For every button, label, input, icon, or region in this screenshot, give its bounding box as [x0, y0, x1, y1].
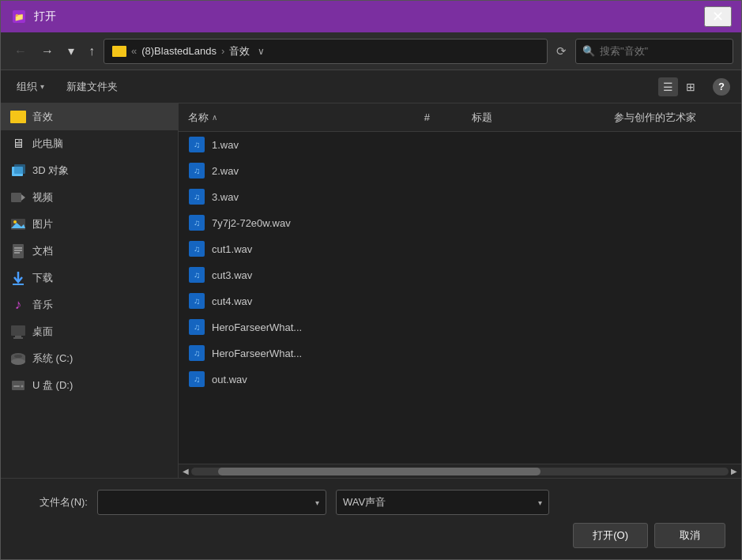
- view-panel-button[interactable]: ⊞: [681, 77, 700, 96]
- horizontal-scrollbar[interactable]: ◀ ▶: [179, 464, 741, 478]
- col-num-header[interactable]: #: [424, 111, 472, 123]
- up-button[interactable]: ↑: [83, 41, 100, 62]
- filename-dropdown[interactable]: ▾: [97, 490, 326, 515]
- list-item[interactable]: 1.wav: [179, 132, 741, 158]
- list-item[interactable]: 3.wav: [179, 184, 741, 210]
- close-button[interactable]: ✕: [704, 6, 732, 27]
- file-name: HeroFarseerWhat...: [212, 348, 420, 359]
- file-name: cut4.wav: [212, 295, 420, 307]
- sidebar-item-download[interactable]: 下载: [1, 265, 178, 291]
- organize-button[interactable]: 组织 ▾: [12, 77, 49, 97]
- folder-icon: [10, 109, 26, 125]
- list-item[interactable]: HeroFarseerWhat...: [179, 314, 741, 340]
- file-name: 3.wav: [212, 191, 420, 203]
- list-item[interactable]: cut1.wav: [179, 236, 741, 262]
- list-item[interactable]: 7y7j2-72e0w.wav: [179, 210, 741, 236]
- search-input[interactable]: [600, 45, 733, 57]
- sidebar-item-d-drive[interactable]: U 盘 (D:): [1, 372, 178, 399]
- view-list-button[interactable]: ☰: [658, 77, 678, 96]
- sidebar-item-image[interactable]: 图片: [1, 211, 178, 238]
- breadcrumb-arrow: ›: [221, 45, 224, 57]
- d-drive-icon: [10, 378, 26, 393]
- open-button[interactable]: 打开(O): [573, 523, 648, 548]
- col-name-header[interactable]: 名称 ∧: [188, 111, 424, 125]
- wav-file-icon: [188, 293, 205, 309]
- dialog-title: 打开: [34, 9, 704, 24]
- breadcrumb-bar[interactable]: « (8)BlastedLands › 音效 ∨: [104, 39, 548, 64]
- svg-rect-22: [13, 385, 20, 387]
- wav-file-icon: [188, 345, 205, 361]
- hscroll-thumb[interactable]: [218, 468, 540, 475]
- breadcrumb-part2[interactable]: 音效: [229, 44, 250, 58]
- filename-label: 文件名(N):: [17, 495, 88, 509]
- svg-point-19: [11, 359, 25, 365]
- svg-point-7: [13, 220, 17, 224]
- filetype-label: WAV声音: [343, 495, 538, 509]
- toolbar: 组织 ▾ 新建文件夹 ☰ ⊞ ?: [1, 70, 741, 103]
- sidebar-item-doc[interactable]: 文档: [1, 238, 178, 265]
- hscroll-track[interactable]: [191, 468, 729, 475]
- sidebar-item-music[interactable]: ♪ 音乐: [1, 291, 178, 318]
- file-name: HeroFarseerWhat...: [212, 321, 420, 333]
- back-button[interactable]: ←: [9, 41, 32, 62]
- list-item[interactable]: cut4.wav: [179, 288, 741, 314]
- sidebar-scroll: 音效 🖥 此电脑 3D 对象: [1, 103, 178, 478]
- file-name: cut1.wav: [212, 243, 420, 255]
- sidebar-item-video[interactable]: 视频: [1, 184, 178, 211]
- search-box[interactable]: 🔍: [575, 39, 733, 64]
- dropdown-button[interactable]: ▾: [62, 40, 80, 62]
- sidebar-item-3d[interactable]: 3D 对象: [1, 157, 178, 184]
- svg-text:📁: 📁: [14, 12, 24, 22]
- breadcrumb-part1[interactable]: (8)BlastedLands: [141, 45, 217, 57]
- sidebar-item-c-drive[interactable]: 系统 (C:): [1, 345, 178, 372]
- list-item[interactable]: 2.wav: [179, 158, 741, 184]
- list-item[interactable]: HeroFarseerWhat...: [179, 340, 741, 366]
- sidebar-item-label: 桌面: [32, 325, 53, 339]
- music-icon: ♪: [10, 297, 26, 313]
- new-folder-button[interactable]: 新建文件夹: [62, 77, 122, 97]
- svg-rect-14: [11, 325, 25, 336]
- search-icon: 🔍: [582, 45, 595, 57]
- wav-file-icon: [188, 137, 205, 152]
- svg-point-23: [21, 385, 24, 388]
- breadcrumb-chevron-icon[interactable]: ∨: [254, 46, 268, 57]
- bottom-bar: 文件名(N): ▾ WAV声音 ▾ 打开(O) 取消: [1, 478, 741, 559]
- video-icon: [10, 190, 26, 205]
- list-item[interactable]: out.wav: [179, 366, 741, 393]
- sidebar-item-label: 系统 (C:): [32, 351, 73, 366]
- hscroll-right-icon[interactable]: ▶: [729, 467, 740, 475]
- sidebar-item-yinxiao[interactable]: 音效: [1, 103, 178, 130]
- hscroll-left-icon[interactable]: ◀: [180, 467, 191, 475]
- col-title-header[interactable]: 标题: [472, 111, 614, 125]
- file-list: 1.wav 2.wav 3.wav: [179, 132, 741, 464]
- forward-button[interactable]: →: [36, 41, 59, 62]
- help-button[interactable]: ?: [713, 78, 730, 96]
- new-folder-label: 新建文件夹: [66, 80, 118, 94]
- sidebar-item-label: U 盘 (D:): [32, 378, 73, 393]
- file-name: 2.wav: [212, 165, 420, 177]
- filetype-dropdown[interactable]: WAV声音 ▾: [336, 490, 549, 515]
- sidebar-item-desktop[interactable]: 桌面: [1, 318, 178, 345]
- pc-icon: 🖥: [10, 136, 26, 152]
- col-artist-header[interactable]: 参与创作的艺术家: [614, 111, 732, 125]
- cancel-button[interactable]: 取消: [654, 523, 725, 548]
- refresh-button[interactable]: ⟳: [551, 41, 572, 62]
- title-bar-icon: 📁: [10, 8, 28, 25]
- filetype-dropdown-arrow-icon: ▾: [538, 498, 542, 507]
- sidebar-item-label: 文档: [32, 244, 53, 258]
- sidebar-item-label: 音乐: [32, 298, 53, 312]
- list-item[interactable]: cut3.wav: [179, 262, 741, 288]
- svg-point-20: [14, 355, 22, 358]
- sidebar-item-pc[interactable]: 🖥 此电脑: [1, 130, 178, 157]
- open-dialog: 📁 打开 ✕ ← → ▾ ↑ « (8)BlastedLands › 音效 ∨ …: [0, 0, 742, 560]
- c-drive-icon: [10, 351, 26, 366]
- wav-file-icon: [188, 241, 205, 257]
- svg-rect-4: [11, 193, 21, 202]
- 3d-icon: [10, 163, 26, 179]
- navigation-bar: ← → ▾ ↑ « (8)BlastedLands › 音效 ∨ ⟳ 🔍: [1, 32, 741, 70]
- sidebar-item-label: 此电脑: [32, 137, 63, 151]
- main-content: 音效 🖥 此电脑 3D 对象: [1, 103, 741, 478]
- wav-file-icon: [188, 371, 205, 387]
- filename-row: 文件名(N): ▾ WAV声音 ▾: [17, 490, 725, 515]
- svg-marker-5: [21, 194, 25, 201]
